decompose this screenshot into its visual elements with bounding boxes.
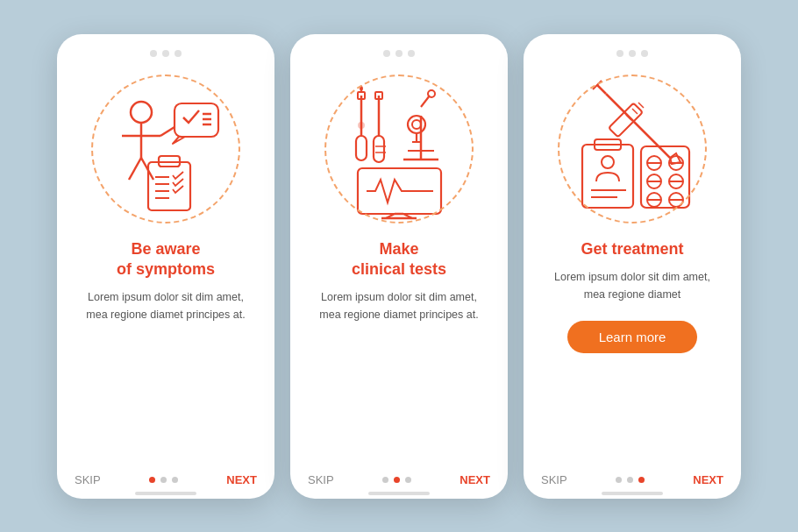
notch-dot	[395, 50, 403, 57]
dots-2	[382, 477, 411, 483]
dashed-circle	[558, 74, 707, 223]
dots-1	[149, 477, 178, 483]
dot	[627, 477, 633, 483]
skip-button-3[interactable]: SKIP	[541, 473, 567, 486]
notch-dot	[150, 50, 157, 57]
notch-dot	[162, 50, 169, 57]
icon-area-1	[78, 66, 253, 232]
card-3-title: Get treatment	[563, 239, 701, 259]
footer-bar	[135, 492, 196, 495]
dot-active	[149, 477, 155, 483]
notch-dot	[616, 50, 623, 57]
dot	[382, 477, 388, 483]
card-1-body: Lorem ipsum dolor sit dim amet, mea regi…	[57, 288, 274, 323]
notch-dot	[175, 50, 182, 57]
next-button-2[interactable]: NEXT	[460, 473, 490, 486]
notch-dot	[383, 50, 390, 57]
next-button-1[interactable]: NEXT	[226, 473, 257, 486]
card-2-title: Make clinical tests	[334, 239, 464, 280]
notch-dot	[641, 50, 648, 57]
phone-notch-3	[616, 50, 648, 57]
skip-button-2[interactable]: SKIP	[308, 473, 334, 486]
next-button-3[interactable]: NEXT	[693, 473, 723, 486]
dashed-circle	[91, 74, 240, 223]
dashed-circle	[324, 74, 474, 223]
learn-more-button[interactable]: Learn more	[567, 321, 698, 353]
dot	[616, 477, 622, 483]
dots-3	[616, 477, 645, 483]
dot	[160, 477, 167, 483]
footer-bar	[602, 492, 663, 495]
card-3-body: Lorem ipsum dolor sit dim amet, mea regi…	[524, 268, 741, 303]
card-2-body: Lorem ipsum dolor sit dim amet, mea regi…	[290, 288, 508, 323]
card-1-title: Be aware of symptoms	[99, 239, 232, 280]
notch-dot	[408, 50, 415, 57]
phone-card-2: Make clinical tests Lorem ipsum dolor si…	[290, 34, 508, 499]
icon-area-2	[311, 66, 487, 232]
screens-container: Be aware of symptoms Lorem ipsum dolor s…	[57, 34, 741, 499]
dot	[172, 477, 178, 483]
icon-area-3	[545, 66, 720, 232]
dot-active	[394, 477, 400, 483]
dot-active	[638, 477, 645, 483]
notch-dot	[629, 50, 636, 57]
phone-notch-1	[150, 50, 182, 57]
skip-button-1[interactable]: SKIP	[75, 473, 101, 486]
dot	[405, 477, 411, 483]
phone-card-3: Get treatment Lorem ipsum dolor sit dim …	[524, 34, 741, 499]
phone-notch-2	[383, 50, 415, 57]
footer-bar	[368, 492, 430, 495]
phone-card-1: Be aware of symptoms Lorem ipsum dolor s…	[57, 34, 274, 499]
